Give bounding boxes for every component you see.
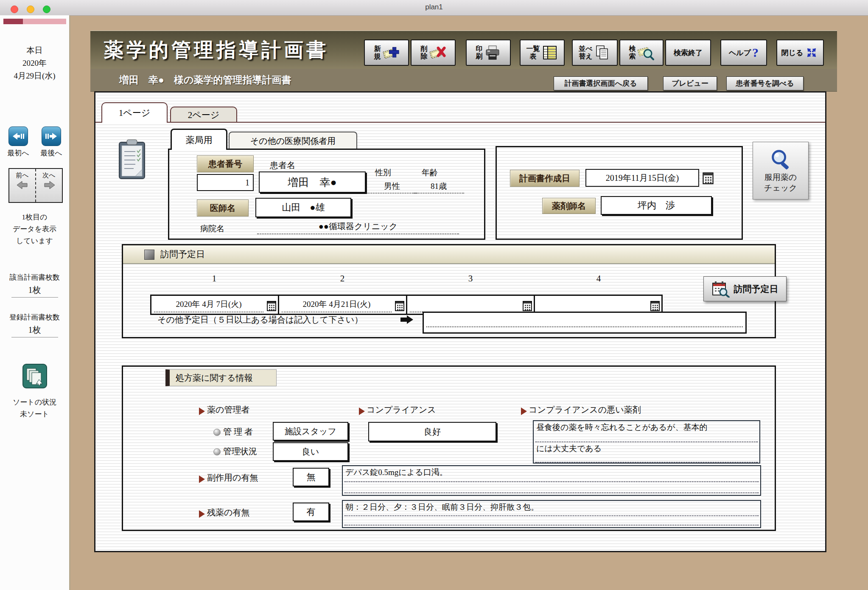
record-status-line2: データを表示 [0, 224, 69, 234]
application-window: plan1 本日 2020年 4月29日(水) 最初へ 最後へ [0, 0, 868, 590]
visit-date-cell: 2020年 4月21日(火) [279, 296, 407, 314]
visit-button-label: 訪問予定日 [734, 283, 778, 295]
bullet-triangle-icon [199, 407, 205, 415]
pharmacist-name-field[interactable]: 坪内 渉 [601, 196, 712, 215]
search-button[interactable]: 検索 [619, 39, 664, 66]
doctor-label-button[interactable]: 医師名 [197, 199, 249, 216]
window-titlebar: plan1 [0, 0, 868, 16]
print-button[interactable]: 印刷 [466, 39, 511, 66]
first-record-label: 最初へ [4, 148, 32, 158]
lookup-patient-number-button[interactable]: 患者番号を調べる [726, 76, 804, 90]
sort-button[interactable]: 並べ替え [572, 39, 618, 66]
header-band: 薬学的管理指導計画書 新規 削除 印刷 [90, 31, 837, 70]
patient-number-field[interactable]: 1 [197, 174, 254, 191]
gender-value[interactable]: 男性 [367, 181, 417, 194]
leftover-label: 残薬の有無 [207, 507, 249, 518]
bullet-triangle-icon [521, 407, 527, 415]
magnifier-cards-icon [637, 44, 654, 61]
visit-date-field-3[interactable] [410, 299, 519, 312]
card-plus-icon [382, 44, 399, 61]
doctor-name-field[interactable]: 山田 ●雄 [255, 198, 351, 217]
created-date-calendar-button[interactable] [703, 171, 714, 184]
hospital-label: 病院名 [200, 223, 224, 234]
calendar-grid-icon [395, 300, 404, 312]
gender-label: 性別 [375, 167, 391, 178]
pharmacist-label-button[interactable]: 薬剤師名 [542, 198, 596, 214]
tab-other-medical-staff[interactable]: その他の医療関係者用 [229, 132, 357, 149]
plan-created-label-button[interactable]: 計画書作成日 [510, 170, 580, 187]
new-record-button[interactable]: 新規 [364, 39, 409, 66]
clipboard-icon [117, 138, 147, 180]
patient-plan-title: 増田 幸● 様の薬学的管理指導計画書 [119, 69, 291, 91]
leftover-value-field[interactable]: 有 [293, 503, 329, 521]
record-position-bar [3, 19, 66, 24]
visit-date-calendar-button-1[interactable] [267, 300, 276, 312]
arrow-left-icon [15, 180, 30, 191]
visit-slot-number-2: 2 [278, 273, 406, 284]
visit-date-cell: 2020年 4月 7日(火) [151, 296, 279, 314]
sort-status-value: 未ソート [0, 409, 69, 419]
sort-status-button[interactable] [22, 363, 48, 389]
visit-date-calendar-button-2[interactable] [395, 300, 404, 312]
age-value[interactable]: 81歳 [413, 181, 464, 194]
medication-check-button[interactable]: 服用薬の チェック [753, 142, 809, 199]
patient-number-label-button[interactable]: 患者番号 [197, 155, 254, 172]
status-sidebar: 本日 2020年 4月29日(水) 最初へ 最後へ 前へ [0, 15, 70, 590]
close-form-button[interactable]: 閉じる [776, 39, 824, 66]
tab-page1[interactable]: 1ページ [101, 102, 168, 123]
registered-count-label: 登録計画書枚数 [0, 312, 69, 322]
bad-compliance-header: コンプライアンスの悪い薬剤 [529, 404, 641, 416]
visit-date-field-4[interactable] [538, 299, 647, 312]
radio-ball-icon[interactable] [213, 429, 221, 436]
leftover-note: 朝：２日分、夕：３日分、眠前３日分、抑肝散３包。 [344, 501, 759, 516]
plan-info-box: 計画書作成日 2019年11月15日(金) 薬剤師名 坪内 渉 [496, 146, 743, 240]
calendar-grid-icon [650, 300, 660, 312]
search-end-label: 検索終了 [674, 48, 703, 58]
tab-pharmacy-use[interactable]: 薬局用 [171, 129, 227, 150]
matched-count-label: 該当計画書枚数 [0, 273, 69, 282]
preview-button[interactable]: プレビュー [663, 76, 717, 90]
hospital-value[interactable]: ●●循環器クリニック [257, 221, 459, 234]
manager-value-field[interactable]: 施設スタッフ [273, 422, 348, 441]
leftover-textarea[interactable]: 朝：２日分、夕：３日分、眠前３日分、抑肝散３包。 [342, 500, 761, 528]
table-grid-icon [541, 44, 558, 61]
last-record-button[interactable] [42, 126, 61, 146]
back-to-selection-button[interactable]: 計画書選択画面へ戻る [554, 76, 648, 90]
arrow-right-icon [42, 180, 56, 191]
inward-arrows-icon [804, 45, 819, 60]
help-button[interactable]: ヘルプ ? [720, 39, 767, 66]
radio-ball-icon[interactable] [213, 448, 221, 455]
bad-compliance-textarea[interactable]: 昼食後の薬を時々忘れることがあるが、基本的 には大丈夫である [533, 420, 760, 464]
visit-schedule-section: 訪問予定日 1 2 3 4 2020年 4月 7日(火) [122, 244, 776, 338]
next-record-button[interactable]: 次へ [35, 169, 62, 202]
first-record-button[interactable] [8, 126, 28, 146]
black-right-arrow-icon [400, 315, 414, 325]
compliance-header: コンプライアンス [367, 404, 436, 416]
nav-first-wrap: 最初へ [4, 126, 32, 158]
page-title: 薬学的管理指導計画書 [104, 31, 329, 69]
other-dates-field[interactable] [423, 312, 747, 334]
side-effect-textarea[interactable]: デパス錠0.5mgによる口渇。 [342, 465, 761, 496]
plan-created-date-field[interactable]: 2019年11月15日(金) [585, 169, 699, 187]
condition-value-field[interactable]: 良い [273, 442, 348, 461]
calendar-grid-icon [703, 171, 714, 184]
visit-date-field-2[interactable]: 2020年 4月21日(火) [282, 299, 391, 312]
close-form-label: 閉じる [781, 48, 804, 58]
stacked-docs-icon [594, 44, 611, 61]
patient-info-box: 患者番号 患者名 1 増田 幸● 性別 男性 年齢 81歳 医師名 山田 ●雄 … [168, 149, 485, 240]
manager-label: 管 理 者 [223, 426, 253, 438]
prev-record-button[interactable]: 前へ [9, 169, 35, 202]
patient-name-field[interactable]: 増田 幸● [259, 171, 366, 193]
side-effect-value-field[interactable]: 無 [293, 468, 329, 486]
list-view-button[interactable]: 一覧表 [520, 39, 565, 66]
search-end-button[interactable]: 検索終了 [665, 39, 711, 66]
visit-date-calendar-button-3[interactable] [523, 300, 532, 312]
tab-page2[interactable]: 2ページ [170, 107, 237, 123]
visit-date-field-1[interactable]: 2020年 4月 7日(火) [154, 299, 263, 312]
prescription-section: 処方薬に関する情報 薬の管理者 コンプライアンス コンプライアンスの悪い薬剤 管… [122, 365, 776, 531]
compliance-value-field[interactable]: 良好 [368, 422, 496, 441]
visit-date-calendar-button-4[interactable] [650, 300, 660, 312]
visit-schedule-button[interactable]: 訪問予定日 [703, 276, 787, 301]
delete-record-button[interactable]: 削除 [411, 39, 456, 66]
side-effect-note: デパス錠0.5mgによる口渇。 [344, 466, 759, 482]
